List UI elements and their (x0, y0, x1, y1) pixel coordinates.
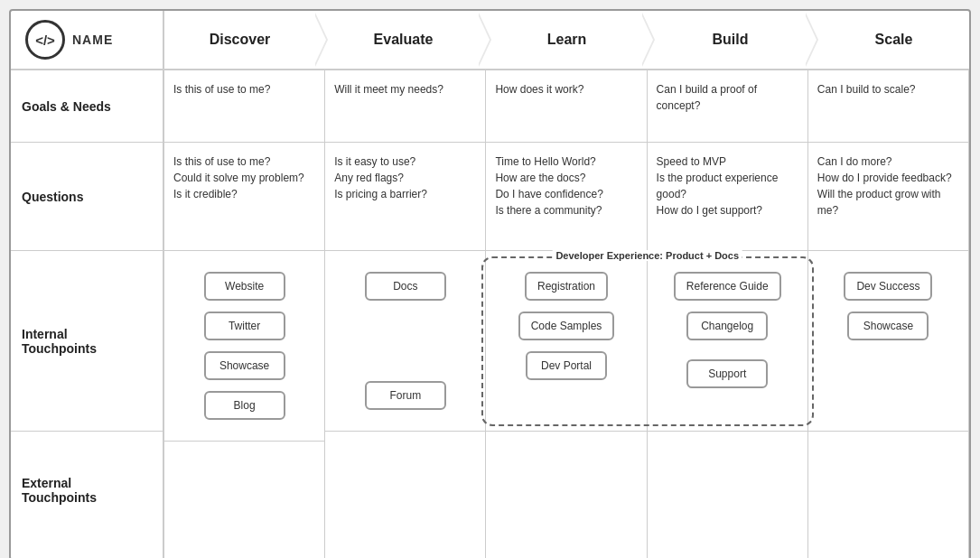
build-touchpoints: Reference Guide Changelog Support (657, 262, 798, 420)
discover-goals: Is this of use to me? (164, 70, 324, 143)
evaluate-goals: Will it meet my needs? (325, 70, 485, 143)
registration-button[interactable]: Registration (525, 272, 608, 301)
learn-external (486, 432, 646, 549)
evaluate-touchpoints: Docs Forum (334, 262, 476, 420)
evaluate-internal: Docs Forum (325, 251, 485, 432)
scale-questions: Can I do more? How do I provide feedback… (808, 143, 968, 251)
evaluate-external (325, 432, 485, 549)
logo-name: NAME (72, 33, 113, 47)
col-discover: Is this of use to me? Is this of use to … (164, 70, 325, 558)
nav-item-discover[interactable]: Discover (164, 11, 315, 69)
sidebar-questions: Questions (11, 143, 163, 251)
blog-button[interactable]: Blog (204, 391, 285, 420)
discover-questions: Is this of use to me? Could it solve my … (164, 143, 324, 251)
col-build: Can I build a proof of concept? Speed to… (648, 70, 808, 558)
nav-item-learn[interactable]: Learn (479, 11, 642, 69)
main-frame: </> NAME Discover Evaluate Learn Build S… (9, 9, 971, 558)
discover-external (164, 442, 324, 558)
build-external (648, 432, 807, 549)
main-grid: Goals & Needs Questions Internal Touchpo… (11, 70, 969, 558)
learn-goals: How does it work? (486, 70, 646, 143)
col-evaluate: Will it meet my needs? Is it easy to use… (325, 70, 486, 558)
website-button[interactable]: Website (204, 272, 285, 301)
code-samples-button[interactable]: Code Samples (518, 312, 615, 340)
nav-item-build[interactable]: Build (642, 11, 806, 69)
reference-guide-button[interactable]: Reference Guide (674, 272, 781, 301)
discover-internal: Website Twitter Showcase Blog (164, 251, 324, 442)
logo-icon: </> (25, 20, 65, 60)
evaluate-questions: Is it easy to use? Any red flags? Is pri… (325, 143, 485, 251)
dev-portal-button[interactable]: Dev Portal (526, 351, 607, 380)
nav-columns: Discover Evaluate Learn Build Scale (164, 11, 969, 69)
learn-questions: Time to Hello World? How are the docs? D… (486, 143, 646, 251)
learn-touchpoints: Registration Code Samples Dev Portal (495, 262, 637, 390)
sidebar-goals: Goals & Needs (11, 70, 163, 143)
sidebar-external: External Touchpoints (11, 432, 163, 549)
nav-item-evaluate[interactable]: Evaluate (315, 11, 479, 69)
build-internal: Reference Guide Changelog Support (648, 251, 807, 432)
scale-touchpoints: Dev Success Showcase (817, 262, 959, 350)
forum-button-evaluate[interactable]: Forum (365, 381, 446, 410)
header: </> NAME Discover Evaluate Learn Build S… (11, 11, 969, 70)
nav-item-scale[interactable]: Scale (806, 11, 969, 69)
showcase-button-discover[interactable]: Showcase (204, 351, 285, 380)
support-button[interactable]: Support (686, 359, 768, 388)
logo-area: </> NAME (11, 11, 164, 69)
sidebar: Goals & Needs Questions Internal Touchpo… (11, 70, 164, 558)
col-learn: How does it work? Time to Hello World? H… (486, 70, 647, 558)
scale-external (808, 432, 968, 549)
scale-goals: Can I build to scale? (808, 70, 968, 143)
discover-touchpoints: Website Twitter Showcase Blog (173, 262, 315, 430)
col-scale: Can I build to scale? Can I do more? How… (808, 70, 969, 558)
build-questions: Speed to MVP Is the product experience g… (648, 143, 807, 251)
twitter-button[interactable]: Twitter (204, 312, 285, 340)
showcase-button-scale[interactable]: Showcase (847, 312, 929, 340)
learn-internal: Registration Code Samples Dev Portal (486, 251, 646, 432)
dev-success-button[interactable]: Dev Success (844, 272, 932, 301)
changelog-button[interactable]: Changelog (686, 312, 768, 340)
scale-internal: Dev Success Showcase (808, 251, 968, 432)
content-columns: Is this of use to me? Is this of use to … (164, 70, 969, 558)
docs-button[interactable]: Docs (365, 272, 446, 301)
sidebar-internal: Internal Touchpoints (11, 251, 163, 432)
build-goals: Can I build a proof of concept? (648, 70, 807, 143)
